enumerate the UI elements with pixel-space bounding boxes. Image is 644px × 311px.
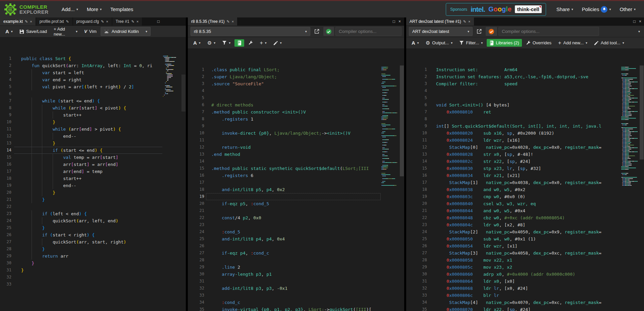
pane-window-icons: □ [157,17,160,26]
code-line: const/4 p2, 0x0 [211,214,381,221]
code-line: } [21,140,163,147]
vertical-scrollbar[interactable] [181,54,186,311]
close-icon[interactable]: × [468,19,470,24]
minimap[interactable] [163,54,181,311]
vertical-scrollbar[interactable] [399,65,404,311]
tab-art-dex2oat-latest-tree-1-[interactable]: ART dex2oat latest (Tree #1)✎× [406,17,474,26]
libraries-button[interactable]: Libraries (2) [487,39,522,47]
compiler-select[interactable]: ART dex2oat latest ▾ [409,27,473,36]
line-number-gutter: 1234567891011121314151617181920212223242… [406,65,428,311]
output-button[interactable]: ⚙ Output...▾ [423,39,455,47]
nav-item-add-[interactable]: Add...▾ [62,6,78,12]
maximize-icon[interactable]: □ [157,19,160,24]
r8-editor[interactable]: 1234567891011121314151617181920212223242… [188,65,404,311]
code-line [211,278,381,285]
compiler-select[interactable]: r8 8.5.35 ▾ [191,27,310,36]
tab-r8-8-5-35-tree-1-[interactable]: r8 8.5.35 (Tree #1)✎× [188,17,237,26]
popout-icon[interactable] [312,28,322,35]
filter-button[interactable]: Filter...▾ [457,39,485,47]
code-line: 0x00008048 cbz w0, #+0xc (addr 0x0000805… [436,214,621,221]
tab-proguard-cfg[interactable]: proguard.cfg✎× [73,17,112,26]
code-line: 0x00008020 sub x16, sp, #0x2000 (8192) [436,130,621,137]
sponsors-box[interactable]: Sponsors intel. Google think-cell [446,3,546,16]
code-line: # direct methods [211,101,381,108]
maximize-icon[interactable]: □ [393,19,395,24]
gear-icon[interactable]: ⚙▾ [205,39,218,47]
maximize-icon[interactable]: □ [633,19,636,24]
font-size-button[interactable]: A▾ [409,39,422,47]
close-icon[interactable]: × [137,19,139,24]
dex2oat-editor[interactable]: 1234567891011121314151617181920212223242… [406,65,644,311]
google-logo[interactable]: Google [488,5,512,13]
rename-icon[interactable]: ✎ [25,19,28,24]
nav-item-templates[interactable]: Templates [110,6,133,12]
filter-icon[interactable]: ▾ [219,39,233,46]
close-pane-icon[interactable]: × [639,19,641,24]
code-line: start++ [21,175,163,182]
compiler-explorer-app: COMPILER EXPLORER Add...▾More▾Templates … [0,0,644,311]
popout-icon[interactable] [474,28,484,35]
filter-icon [459,41,464,45]
compiler-options-input[interactable] [498,27,599,36]
code-line: 0x0000803c cmp w0, #0x0 (0) [436,193,621,200]
r8-output-pane: r8 8.5.35 (Tree #1)✎×□× r8 8.5.35 ▾ A▾ [188,17,404,311]
nav-item-more[interactable]: More▾ [87,6,102,12]
tab-tree-1[interactable]: Tree #1✎× [112,17,142,26]
code-area[interactable]: public class Sort { fun quickSort(arr: I… [13,54,163,311]
overrides-wrench-icon[interactable] [246,39,256,47]
source-toolbar: A▾ Save/Load + Add new...▾ V Vim [0,26,186,37]
thinkcell-logo[interactable]: think-cell [515,5,542,13]
close-icon[interactable]: × [30,19,32,24]
rename-icon[interactable]: ✎ [227,19,230,24]
add-tool-icon[interactable]: ▾ [271,39,284,47]
minimap[interactable] [381,65,399,311]
r8-compiler-row: r8 8.5.35 ▾ [188,26,404,37]
nav-right-menu: Share▾Policies▾Other▾ [552,6,640,13]
minimap[interactable] [621,65,639,311]
close-icon[interactable]: × [106,19,108,24]
font-size-button[interactable]: A▾ [191,39,203,47]
dex2oat-compiler-row: ART dex2oat latest ▾ ▾ [406,26,644,37]
add-new-button[interactable]: + Add new...▾ [555,39,590,47]
code-area[interactable]: Instruction set: Arm64Instruction set fe… [428,65,621,311]
rename-icon[interactable]: ✎ [463,19,466,24]
font-size-button[interactable]: A▾ [3,27,15,36]
libraries-button[interactable] [234,39,244,47]
code-line: Compiler filter: speed [436,80,621,87]
intel-logo[interactable]: intel. [471,5,485,13]
wrench-icon [526,41,531,45]
close-pane-icon[interactable]: × [398,19,401,24]
rename-icon[interactable]: ✎ [131,19,135,24]
save-load-button[interactable]: Save/Load [17,28,50,35]
code-area[interactable]: .class public final LSort;.super Ljava/l… [205,65,381,311]
vim-toggle-button[interactable]: V Vim [82,28,99,35]
android-icon [104,30,109,34]
rename-icon[interactable]: ✎ [66,19,69,24]
add-new-icon[interactable]: +▾ [257,39,269,47]
code-line: 0x0000804c ldr w0, [x2, #8] [436,221,621,228]
code-line: .registers 6 [211,172,381,179]
nav-item-share[interactable]: Share▾ [556,6,573,13]
add-new-button[interactable]: + Add new...▾ [51,25,80,38]
ce-logo[interactable]: COMPILER EXPLORER [4,3,49,16]
nav-right: Sponsors intel. Google think-cell Share▾… [446,3,640,16]
add-tool-button[interactable]: Add tool...▾ [591,39,627,47]
tab-profile-prof-txt[interactable]: profile.prof.txt✎ [36,17,72,26]
vertical-scrollbar[interactable] [639,65,644,311]
source-editor[interactable]: 1234567891011121314151617181920212223242… [0,54,186,311]
language-select[interactable]: Android Kotlin ▾ [101,27,151,36]
code-line: arr[end] = temp [21,168,163,175]
close-icon[interactable]: × [232,19,234,24]
nav-item-policies[interactable]: Policies▾ [582,6,611,13]
compiler-options-input[interactable] [335,27,401,36]
book-icon [489,41,494,45]
rename-icon[interactable]: ✎ [101,19,104,24]
overrides-button[interactable]: Overrides [523,39,554,47]
overflow-chevron-icon[interactable]: ▾ [638,30,640,33]
nav-item-other[interactable]: Other▾ [620,6,636,13]
code-line: while (start <= end) { [21,97,163,104]
bell-icon [601,6,607,13]
tab-example-kt[interactable]: example.kt✎× [0,17,36,26]
code-line: if (left < end) { [21,210,163,217]
gear-icon: ⚙ [426,40,430,46]
